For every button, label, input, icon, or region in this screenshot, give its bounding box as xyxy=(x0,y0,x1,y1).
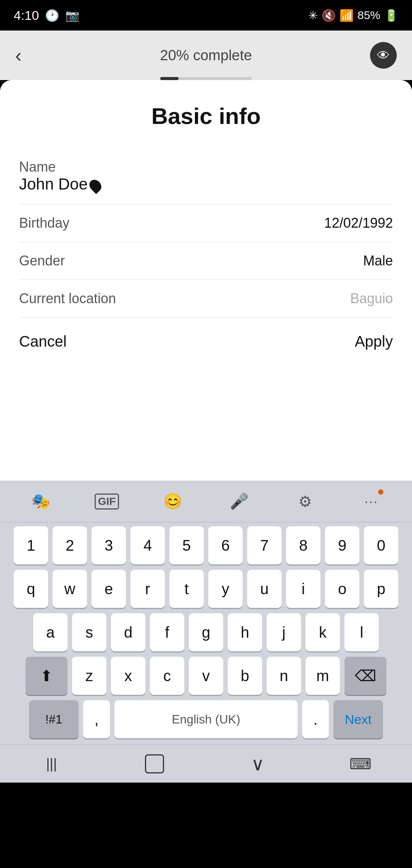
key-i[interactable]: i xyxy=(286,570,320,608)
bluetooth-icon: ✳ xyxy=(308,9,318,22)
key-8[interactable]: 8 xyxy=(286,526,320,564)
gender-label: Gender xyxy=(19,253,65,269)
key-e[interactable]: e xyxy=(92,570,126,608)
comma-key[interactable]: , xyxy=(83,700,110,738)
key-k[interactable]: k xyxy=(306,613,340,651)
sticker-icon[interactable]: 🎭 xyxy=(26,486,56,517)
key-v[interactable]: v xyxy=(189,657,223,695)
key-9[interactable]: 9 xyxy=(325,526,359,564)
next-key[interactable]: Next xyxy=(333,700,383,738)
key-7[interactable]: 7 xyxy=(247,526,282,564)
gif-icon[interactable]: GIF xyxy=(92,486,122,517)
keyboard-toolbar: 🎭 GIF 😊 🎤 ⚙ ··· xyxy=(0,481,412,522)
birthday-label: Birthday xyxy=(19,215,69,231)
key-1[interactable]: 1 xyxy=(14,526,48,564)
key-q[interactable]: q xyxy=(14,570,48,608)
name-label: Name xyxy=(19,159,101,175)
keyboard-hide-button[interactable]: ⌨ xyxy=(345,749,376,779)
mute-icon: 🔇 xyxy=(322,9,336,22)
qwerty-row1: q w e r t y u i o p xyxy=(3,570,409,608)
camera-icon: 📷 xyxy=(65,9,79,22)
notification-dot xyxy=(378,489,383,495)
key-2[interactable]: 2 xyxy=(53,526,87,564)
cancel-button[interactable]: Cancel xyxy=(19,333,67,350)
key-n[interactable]: n xyxy=(267,657,301,695)
top-nav: ‹ 20% complete 👁 xyxy=(0,31,412,80)
key-t[interactable]: t xyxy=(169,570,204,608)
backspace-icon: ⌫ xyxy=(355,667,377,685)
key-x[interactable]: x xyxy=(111,657,145,695)
apply-button[interactable]: Apply xyxy=(355,333,393,350)
progress-fill xyxy=(160,77,179,80)
key-3[interactable]: 3 xyxy=(92,526,126,564)
back-gesture-button[interactable]: ||| xyxy=(36,749,67,779)
key-c[interactable]: c xyxy=(150,657,184,695)
key-d[interactable]: d xyxy=(111,613,145,651)
qwerty-row3: ⬆ z x c v b n m ⌫ xyxy=(3,657,409,695)
key-u[interactable]: u xyxy=(247,570,282,608)
gender-field[interactable]: Gender Male xyxy=(19,242,393,280)
key-g[interactable]: g xyxy=(189,613,223,651)
key-f[interactable]: f xyxy=(150,613,184,651)
back-gesture-icon: ||| xyxy=(46,756,57,772)
status-right: ✳ 🔇 📶 85% 🔋 xyxy=(308,9,398,22)
keyboard-hide-icon: ⌨ xyxy=(349,755,372,773)
home-icon xyxy=(145,754,164,773)
location-value: Baguio xyxy=(350,291,393,307)
key-y[interactable]: y xyxy=(208,570,243,608)
period-key[interactable]: . xyxy=(302,700,329,738)
bottom-row: !#1 , English (UK) . Next xyxy=(3,700,409,738)
progress-title: 20% complete xyxy=(160,47,252,64)
name-value: John Doe xyxy=(19,175,101,193)
symbols-key[interactable]: !#1 xyxy=(29,700,79,738)
status-bar: 4:10 🕐 📷 ✳ 🔇 📶 85% 🔋 xyxy=(0,0,412,31)
key-l[interactable]: l xyxy=(344,613,379,651)
recents-button[interactable]: ∨ xyxy=(242,749,273,779)
keyboard-rows: 1 2 3 4 5 6 7 8 9 0 q w e r t y u i o p … xyxy=(0,522,412,738)
key-j[interactable]: j xyxy=(267,613,301,651)
name-field[interactable]: Name John Doe xyxy=(19,148,393,204)
mic-icon[interactable]: 🎤 xyxy=(224,486,254,517)
key-w[interactable]: w xyxy=(53,570,87,608)
birthday-field[interactable]: Birthday 12/02/1992 xyxy=(19,204,393,242)
key-4[interactable]: 4 xyxy=(130,526,165,564)
bottom-nav: ||| ∨ ⌨ xyxy=(0,744,412,783)
emoji-icon[interactable]: 😊 xyxy=(158,486,188,517)
back-button[interactable]: ‹ xyxy=(15,46,22,65)
key-b[interactable]: b xyxy=(228,657,262,695)
more-icon[interactable]: ··· xyxy=(356,486,386,517)
status-time: 4:10 xyxy=(14,8,39,23)
space-key[interactable]: English (UK) xyxy=(114,700,298,738)
key-z[interactable]: z xyxy=(72,657,106,695)
key-s[interactable]: s xyxy=(72,613,106,651)
settings-icon[interactable]: ⚙ xyxy=(290,486,320,517)
main-card: Basic info Name John Doe Birthday 12/02/… xyxy=(0,80,412,481)
number-row: 1 2 3 4 5 6 7 8 9 0 xyxy=(3,526,409,564)
shift-key[interactable]: ⬆ xyxy=(26,657,68,695)
birthday-value: 12/02/1992 xyxy=(324,215,393,231)
status-left: 4:10 🕐 📷 xyxy=(14,8,79,23)
eye-button[interactable]: 👁 xyxy=(370,42,397,69)
key-h[interactable]: h xyxy=(228,613,262,651)
qwerty-row2: a s d f g h j k l xyxy=(3,613,409,651)
backspace-key[interactable]: ⌫ xyxy=(344,657,386,695)
key-6[interactable]: 6 xyxy=(208,526,243,564)
key-0[interactable]: 0 xyxy=(364,526,398,564)
text-cursor xyxy=(87,177,104,194)
shift-icon: ⬆ xyxy=(40,667,53,685)
home-button[interactable] xyxy=(139,749,170,779)
eye-icon: 👁 xyxy=(377,48,390,63)
keyboard-area: 🎭 GIF 😊 🎤 ⚙ ··· 1 2 3 4 5 6 7 8 xyxy=(0,481,412,783)
progress-bar xyxy=(160,77,252,80)
key-o[interactable]: o xyxy=(325,570,359,608)
key-5[interactable]: 5 xyxy=(169,526,204,564)
action-row: Cancel Apply xyxy=(19,318,393,358)
key-p[interactable]: p xyxy=(364,570,398,608)
key-a[interactable]: a xyxy=(33,613,68,651)
battery-level: 85% xyxy=(357,9,380,22)
gender-value: Male xyxy=(363,253,393,269)
key-r[interactable]: r xyxy=(130,570,165,608)
location-field[interactable]: Current location Baguio xyxy=(19,280,393,318)
recents-icon: ∨ xyxy=(251,753,264,775)
key-m[interactable]: m xyxy=(306,657,340,695)
